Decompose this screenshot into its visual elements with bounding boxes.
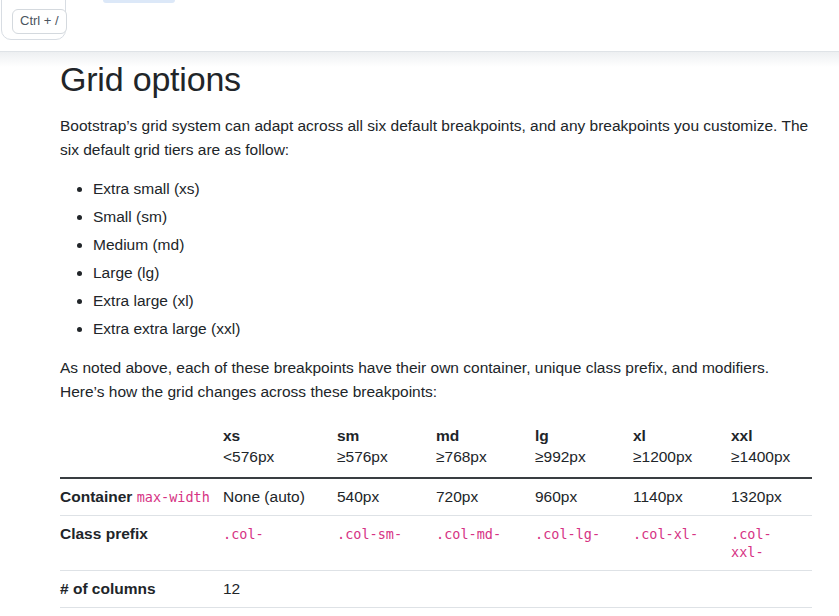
page-title: Grid options [60, 59, 812, 100]
table-cell: 720px [436, 478, 535, 516]
table-cell: None (auto) [223, 478, 337, 516]
table-row: Class prefix.col-.col-sm-.col-md-.col-lg… [60, 515, 812, 570]
table-cell: 960px [535, 478, 633, 516]
table-cell-span: 12 [223, 570, 812, 607]
row-label: # of columns [60, 570, 223, 607]
table-header-row: xs <576px sm ≥576px md ≥768px lg ≥992px … [60, 423, 812, 478]
column-sublabel: ≥576px [337, 447, 428, 468]
row-label-code: max-width [137, 489, 210, 505]
row-label-text: Class prefix [60, 525, 148, 542]
table-cell-span: 1.5rem (.75rem on left and right) [223, 607, 812, 616]
table-row: # of columns12 [60, 570, 812, 607]
table-cell: .col-md- [436, 515, 535, 570]
column-sublabel: ≥992px [535, 447, 625, 468]
top-navbar: Ctrl + / [0, 0, 839, 52]
list-item: Large (lg) [93, 261, 812, 285]
breakpoint-list: Extra small (xs)Small (sm)Medium (md)Lar… [60, 177, 812, 341]
row-label: Class prefix [60, 515, 223, 570]
column-label: lg [535, 426, 625, 447]
main-content: Grid options Bootstrap’s grid system can… [0, 52, 839, 616]
column-header: sm ≥576px [337, 423, 436, 478]
class-prefix-code: .col-xxl- [731, 526, 772, 560]
table-body: Container max-widthNone (auto)540px720px… [60, 478, 812, 616]
keyboard-shortcut-badge: Ctrl + / [12, 9, 67, 34]
table-cell: .col- [223, 515, 337, 570]
empty-header-cell [60, 423, 223, 478]
column-label: md [436, 426, 527, 447]
note-paragraph: As noted above, each of these breakpoint… [60, 356, 812, 404]
class-prefix-code: .col- [223, 526, 264, 542]
column-sublabel: ≥1200px [633, 447, 723, 468]
class-prefix-code: .col-lg- [535, 526, 600, 542]
column-header: xs <576px [223, 423, 337, 478]
column-label: xl [633, 426, 723, 447]
class-prefix-code: .col-sm- [337, 526, 402, 542]
table-row: Container max-widthNone (auto)540px720px… [60, 478, 812, 516]
table-cell: 1320px [731, 478, 812, 516]
grid-options-table: xs <576px sm ≥576px md ≥768px lg ≥992px … [60, 423, 812, 616]
class-prefix-code: .col-xl- [633, 526, 698, 542]
column-sublabel: ≥1400px [731, 447, 804, 468]
column-label: sm [337, 426, 428, 447]
column-sublabel: ≥768px [436, 447, 527, 468]
table-cell: .col-xxl- [731, 515, 812, 570]
row-label-text: # of columns [60, 580, 156, 597]
class-prefix-code: .col-md- [436, 526, 501, 542]
row-label: Container max-width [60, 478, 223, 516]
table-cell: .col-xl- [633, 515, 731, 570]
table-cell: 540px [337, 478, 436, 516]
list-item: Extra extra large (xxl) [93, 317, 812, 341]
column-label: xs [223, 426, 329, 447]
row-label-text: Container [60, 488, 132, 505]
column-label: xxl [731, 426, 804, 447]
list-item: Medium (md) [93, 233, 812, 257]
table-cell: 1140px [633, 478, 731, 516]
intro-paragraph: Bootstrap’s grid system can adapt across… [60, 114, 812, 162]
row-label: Gutter width [60, 607, 223, 616]
column-header: md ≥768px [436, 423, 535, 478]
list-item: Extra large (xl) [93, 289, 812, 313]
column-header: xxl ≥1400px [731, 423, 812, 478]
list-item: Small (sm) [93, 205, 812, 229]
column-header: lg ≥992px [535, 423, 633, 478]
search-suggestion-fragment [103, 0, 175, 3]
column-sublabel: <576px [223, 447, 329, 468]
table-cell: .col-sm- [337, 515, 436, 570]
search-input[interactable]: Ctrl + / [1, 0, 66, 40]
table-row: Gutter width1.5rem (.75rem on left and r… [60, 607, 812, 616]
column-header: xl ≥1200px [633, 423, 731, 478]
table-cell: .col-lg- [535, 515, 633, 570]
list-item: Extra small (xs) [93, 177, 812, 201]
